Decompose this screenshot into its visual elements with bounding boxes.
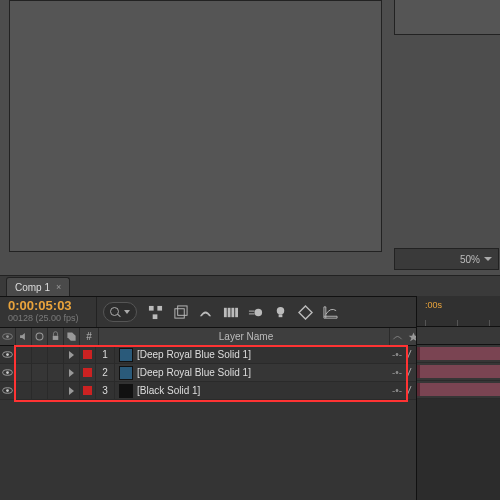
svg-point-27 — [6, 353, 9, 356]
col-lock[interactable] — [48, 328, 64, 345]
layer-number: 2 — [96, 364, 115, 381]
viewer-side-panel — [394, 0, 500, 35]
switch-shy-icon — [392, 331, 403, 342]
layer-color-swatch — [119, 348, 133, 362]
svg-rect-5 — [223, 307, 226, 316]
layer-duration-bar[interactable] — [417, 363, 500, 381]
visibility-toggle[interactable] — [0, 382, 16, 399]
col-label[interactable] — [64, 328, 80, 345]
chevron-right-icon — [69, 369, 74, 377]
svg-rect-6 — [227, 307, 230, 316]
switch-collapse[interactable]: / — [406, 385, 412, 396]
switch-collapse[interactable]: / — [406, 367, 412, 378]
comp-flowchart-icon[interactable] — [147, 304, 163, 320]
svg-rect-17 — [53, 336, 59, 340]
solo-toggle[interactable] — [32, 364, 48, 381]
visibility-toggle[interactable] — [0, 346, 16, 363]
frame-info: 00128 (25.00 fps) — [8, 312, 90, 325]
col-number[interactable]: # — [80, 328, 99, 345]
layer-name[interactable]: [Deep Royal Blue Solid 1] — [137, 367, 390, 378]
svg-rect-11 — [248, 313, 254, 314]
twirl-toggle[interactable] — [64, 346, 80, 363]
chevron-down-icon — [124, 310, 130, 314]
twirl-toggle[interactable] — [64, 364, 80, 381]
zoom-control[interactable]: 50% — [394, 248, 499, 270]
svg-rect-13 — [278, 314, 282, 317]
col-audio[interactable] — [16, 328, 32, 345]
solo-toggle[interactable] — [32, 382, 48, 399]
svg-point-16 — [36, 333, 43, 340]
tab-comp[interactable]: Comp 1 × — [6, 277, 70, 296]
zoom-value: 50% — [460, 254, 480, 265]
time-marker-label: :00s — [425, 300, 442, 310]
lock-toggle[interactable] — [48, 346, 64, 363]
audio-toggle[interactable] — [16, 382, 32, 399]
lock-toggle[interactable] — [48, 382, 64, 399]
svg-point-29 — [6, 371, 9, 374]
brainstorm-icon[interactable] — [272, 304, 288, 320]
motion-blur-icon[interactable] — [247, 304, 263, 320]
svg-rect-10 — [248, 310, 254, 311]
col-layer-name[interactable]: Layer Name — [99, 328, 390, 345]
timeline-toolbar — [147, 304, 338, 320]
svg-rect-0 — [148, 305, 153, 310]
chevron-right-icon — [69, 351, 74, 359]
col-video[interactable] — [0, 328, 16, 345]
svg-rect-8 — [235, 307, 238, 316]
switch-shy[interactable]: -•- — [392, 349, 402, 360]
svg-rect-3 — [174, 308, 183, 317]
visibility-toggle[interactable] — [0, 364, 16, 381]
layer-search[interactable] — [103, 302, 137, 322]
layer-duration-bar[interactable] — [417, 345, 500, 363]
twirl-toggle[interactable] — [64, 382, 80, 399]
composition-view[interactable] — [9, 0, 382, 252]
auto-keyframe-icon[interactable] — [297, 304, 313, 320]
divider — [96, 297, 97, 327]
layer-number: 1 — [96, 346, 115, 363]
layer-name[interactable]: [Deep Royal Blue Solid 1] — [137, 349, 390, 360]
svg-rect-2 — [152, 314, 157, 319]
svg-point-31 — [6, 389, 9, 392]
time-ruler-sub — [417, 327, 500, 345]
timeline-panel: Comp 1 × 0:00:05:03 00128 (25.00 fps) — [0, 275, 500, 500]
svg-rect-1 — [157, 305, 162, 310]
svg-rect-4 — [177, 305, 186, 314]
layer-number: 3 — [96, 382, 115, 399]
close-icon[interactable]: × — [56, 282, 61, 292]
label-color[interactable] — [80, 382, 96, 399]
switch-shy[interactable]: -•- — [392, 367, 402, 378]
switch-collapse[interactable]: / — [406, 349, 412, 360]
lock-toggle[interactable] — [48, 364, 64, 381]
timeline-track-area[interactable]: :00s — [416, 296, 500, 500]
layer-color-swatch — [119, 366, 133, 380]
solo-toggle[interactable] — [32, 346, 48, 363]
svg-point-9 — [254, 308, 262, 316]
label-color[interactable] — [80, 364, 96, 381]
tab-label: Comp 1 — [15, 282, 50, 293]
chevron-right-icon — [69, 387, 74, 395]
time-ruler[interactable]: :00s — [417, 296, 500, 327]
shy-icon[interactable] — [197, 304, 213, 320]
svg-point-15 — [6, 335, 9, 338]
layer-color-swatch — [119, 384, 133, 398]
label-color[interactable] — [80, 346, 96, 363]
layer-duration-bar[interactable] — [417, 381, 500, 399]
audio-toggle[interactable] — [16, 346, 32, 363]
time-readout[interactable]: 0:00:05:03 00128 (25.00 fps) — [0, 299, 90, 325]
chevron-down-icon — [484, 257, 492, 261]
graph-editor-icon[interactable] — [322, 304, 338, 320]
svg-point-12 — [276, 306, 284, 314]
draft3d-icon[interactable] — [172, 304, 188, 320]
panel-tab-bar: Comp 1 × — [0, 276, 500, 297]
col-solo[interactable] — [32, 328, 48, 345]
layer-name[interactable]: [Black Solid 1] — [137, 385, 390, 396]
audio-toggle[interactable] — [16, 364, 32, 381]
search-icon — [110, 307, 120, 317]
frame-blend-icon[interactable] — [222, 304, 238, 320]
current-timecode: 0:00:05:03 — [8, 299, 90, 312]
viewer-area: 50% — [0, 0, 500, 272]
switch-shy[interactable]: -•- — [392, 385, 402, 396]
svg-rect-7 — [231, 307, 234, 316]
